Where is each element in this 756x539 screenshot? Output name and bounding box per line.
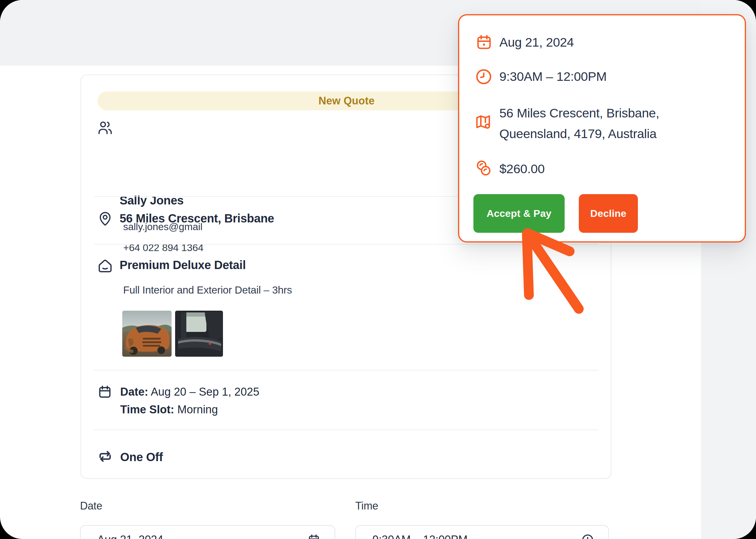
time-slot-label: Time Slot: xyxy=(120,403,174,416)
clock-icon[interactable] xyxy=(581,533,594,539)
map-pin-icon xyxy=(97,210,113,227)
divider xyxy=(94,244,599,245)
vehicle-photo-interior[interactable] xyxy=(175,311,223,357)
calendar-icon xyxy=(97,384,112,399)
service-description: Full Interior and Exterior Detail – 3hrs xyxy=(123,284,292,296)
repeat-icon xyxy=(97,449,113,464)
service-home-icon xyxy=(97,258,113,274)
date-input[interactable]: Aug 21, 2024 xyxy=(80,525,335,539)
accept-and-pay-button[interactable]: Accept & Pay xyxy=(473,194,565,233)
form-date-label: Date xyxy=(80,500,102,512)
time-input-value: 9:30AM – 12:00PM xyxy=(372,533,467,539)
app-screen: New Quote Sally Jones sally.jones@gmail … xyxy=(0,0,756,539)
customer-phone: +64 022 894 1364 xyxy=(123,242,204,254)
popup-address: 56 Miles Crescent, Brisbane, Queensland,… xyxy=(499,103,659,144)
popup-address-line1: 56 Miles Crescent, Brisbane, xyxy=(499,103,659,123)
clock-icon xyxy=(475,68,493,86)
users-icon xyxy=(97,119,113,136)
time-slot-value: Morning xyxy=(174,403,218,416)
form-time-label: Time xyxy=(355,500,378,512)
calendar-icon xyxy=(475,34,493,51)
recurrence-value: One Off xyxy=(120,450,163,464)
calendar-icon[interactable] xyxy=(308,533,321,539)
divider xyxy=(94,370,599,370)
date-input-value: Aug 21, 2024 xyxy=(97,533,163,539)
quote-popup: Aug 21, 2024 9:30AM – 12:00PM 56 Miles C… xyxy=(458,14,746,243)
divider xyxy=(94,429,599,430)
schedule-timeslot-line: Time Slot: Morning xyxy=(120,403,218,416)
map-icon xyxy=(474,113,492,131)
popup-address-line2: Queensland, 4179, Australia xyxy=(499,123,659,144)
service-location: 56 Miles Crescent, Brisbane xyxy=(120,212,274,225)
customer-name: Sally Jones xyxy=(120,194,184,207)
schedule-date-line: Date: Aug 20 – Sep 1, 2025 xyxy=(120,386,259,398)
date-label: Date: xyxy=(120,386,148,398)
popup-time: 9:30AM – 12:00PM xyxy=(499,68,607,85)
date-value: Aug 20 – Sep 1, 2025 xyxy=(148,386,259,398)
vehicle-photo-exterior[interactable] xyxy=(122,311,172,357)
decline-button[interactable]: Decline xyxy=(579,194,638,233)
popup-date: Aug 21, 2024 xyxy=(499,34,574,51)
coins-icon xyxy=(475,159,493,177)
service-name: Premium Deluxe Detail xyxy=(120,259,246,272)
popup-price: $260.00 xyxy=(499,160,544,177)
time-input[interactable]: 9:30AM – 12:00PM xyxy=(355,525,609,539)
